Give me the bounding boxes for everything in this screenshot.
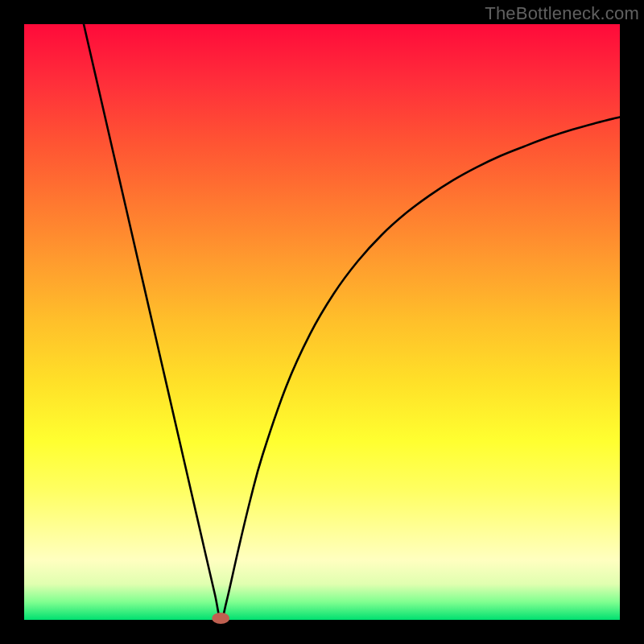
chart-plot-area [24,24,620,620]
curve-path [84,24,620,620]
bottleneck-curve [24,24,620,620]
attribution-label: TheBottleneck.com [485,3,639,24]
optimum-marker [212,613,229,624]
